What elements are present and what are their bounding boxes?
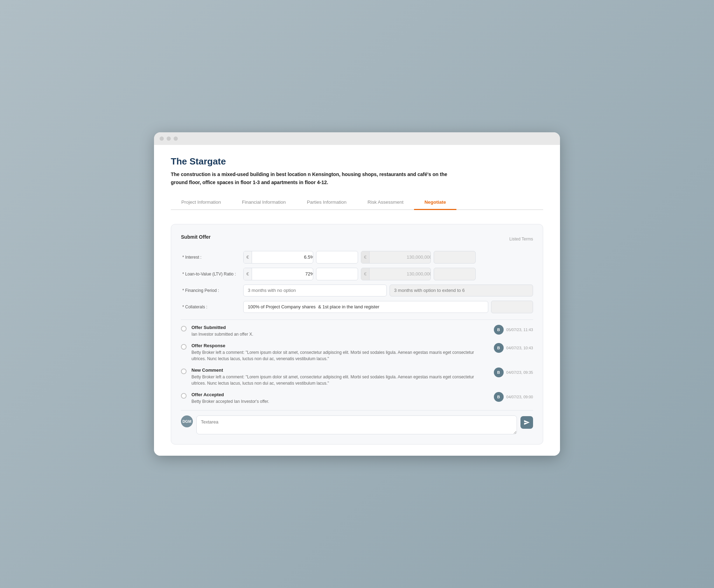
tab-risk[interactable]: Risk Assessment (357, 196, 414, 210)
ltv-label: * Loan-to-Value (LTV) Ratio : (181, 272, 240, 276)
collaterals-listed-pct-value (491, 301, 533, 313)
collaterals-offer-input[interactable] (243, 301, 488, 313)
timestamp-2: 04/07/23, 10:43 (506, 346, 533, 350)
ltv-listed-currency: € (361, 268, 370, 280)
listed-terms-label: Listed Terms (509, 237, 533, 241)
interest-listed-currency: € (361, 251, 370, 263)
timestamp-1: 05/07/23, 11:43 (506, 328, 533, 332)
interest-listed-value (370, 251, 431, 263)
interest-listed-pct (434, 251, 476, 263)
ltv-offer-value[interactable] (252, 268, 313, 280)
avatar-2: B (494, 343, 504, 353)
page-title: The Stargate (171, 156, 543, 167)
timeline-meta-2: B 04/07/23, 10:43 (494, 343, 533, 353)
comment-input-row: DGM (181, 410, 533, 436)
financing-period-row: * Financing Period : (181, 285, 533, 296)
interest-listed-pct-input: % (434, 251, 476, 264)
timeline: Offer Submitted Ian Investor submitted a… (181, 325, 533, 405)
timeline-meta-4: B 04/07/23, 09:00 (494, 392, 533, 402)
timeline-content-4: Offer Accepted Betty Broker accepted Ian… (191, 392, 489, 405)
financing-label: * Financing Period : (181, 288, 240, 293)
avatar-1: B (494, 325, 504, 335)
timeline-dot-3 (181, 369, 187, 374)
ltv-listed-pct-input: % (434, 268, 476, 280)
timeline-text-2: Betty Broker left a comment: "Lorem ipsu… (191, 349, 489, 362)
tab-project[interactable]: Project Information (171, 196, 231, 210)
current-user-avatar: DGM (181, 415, 193, 427)
section-title: Submit Offer (181, 234, 211, 240)
financing-offer-input[interactable] (243, 285, 387, 296)
avatar-4: B (494, 392, 504, 402)
interest-offer-pct-input[interactable]: % (316, 251, 358, 264)
ltv-listed-pct (434, 268, 476, 280)
send-button[interactable] (520, 416, 533, 429)
chrome-dot-3 (174, 136, 178, 141)
ltv-listed-input: € (361, 268, 431, 280)
window-chrome (154, 132, 560, 145)
timeline-item-offer-accepted: Offer Accepted Betty Broker accepted Ian… (181, 392, 533, 405)
interest-offer-value[interactable] (252, 251, 313, 263)
chrome-dot-1 (160, 136, 164, 141)
ltv-currency-prefix: € (244, 268, 252, 280)
interest-label: * Interest : (181, 255, 240, 260)
timeline-dot-1 (181, 326, 187, 331)
tab-negotiate[interactable]: Negotiate (414, 196, 457, 210)
timeline-title-2: Offer Response (191, 343, 489, 348)
ltv-listed-value (370, 268, 431, 280)
timeline-text-1: Ian Investor submitted an offer X. (191, 331, 489, 337)
timeline-content-3: New Comment Betty Broker left a comment:… (191, 368, 489, 386)
timestamp-4: 04/07/23, 09:00 (506, 395, 533, 399)
timeline-title-1: Offer Submitted (191, 325, 489, 330)
divider (181, 320, 533, 320)
avatar-3: B (494, 368, 504, 377)
collaterals-row: * Collaterals : % (181, 301, 533, 313)
app-window: The Stargate The construction is a mixed… (154, 132, 560, 456)
textarea-wrapper (196, 415, 517, 436)
tab-parties[interactable]: Parties Information (296, 196, 357, 210)
interest-offer-input[interactable]: € (243, 251, 313, 264)
collaterals-label: * Collaterals : (181, 304, 240, 309)
ltv-offer-pct-input[interactable]: % (316, 268, 358, 280)
timeline-meta-1: B 05/07/23, 11:43 (494, 325, 533, 335)
timeline-title-4: Offer Accepted (191, 392, 489, 397)
timestamp-3: 04/07/23, 09:35 (506, 370, 533, 374)
timeline-item-offer-response: Offer Response Betty Broker left a comme… (181, 343, 533, 362)
ltv-offer-input[interactable]: € (243, 268, 313, 280)
page-subtitle: The construction is a mixed-used buildin… (171, 170, 458, 186)
financing-listed-input (390, 285, 533, 296)
interest-currency-prefix: € (244, 251, 252, 263)
timeline-content-1: Offer Submitted Ian Investor submitted a… (191, 325, 489, 337)
ltv-offer-pct[interactable] (316, 268, 358, 280)
timeline-title-3: New Comment (191, 368, 489, 373)
form-header: Submit Offer Listed Terms (181, 234, 533, 246)
chrome-dot-2 (167, 136, 171, 141)
collaterals-listed-pct: % (491, 301, 533, 313)
tab-bar: Project Information Financial Informatio… (171, 196, 543, 210)
comment-textarea[interactable] (196, 415, 517, 434)
timeline-text-3: Betty Broker left a comment: "Lorem ipsu… (191, 374, 489, 386)
timeline-dot-4 (181, 393, 187, 399)
content-area: Submit Offer Listed Terms * Interest : €… (171, 224, 543, 444)
send-icon (524, 419, 530, 426)
interest-row: * Interest : € % € % (181, 251, 533, 264)
timeline-meta-3: B 04/07/23, 09:35 (494, 368, 533, 377)
timeline-dot-2 (181, 344, 187, 350)
ltv-row: * Loan-to-Value (LTV) Ratio : € % € % (181, 268, 533, 280)
timeline-item-new-comment: New Comment Betty Broker left a comment:… (181, 368, 533, 386)
interest-offer-pct[interactable] (316, 251, 358, 263)
timeline-content-2: Offer Response Betty Broker left a comme… (191, 343, 489, 362)
tab-financial[interactable]: Financial Information (231, 196, 296, 210)
interest-listed-input: € (361, 251, 431, 264)
timeline-item-offer-submitted: Offer Submitted Ian Investor submitted a… (181, 325, 533, 337)
timeline-text-4: Betty Broker accepted Ian Investor's off… (191, 398, 489, 405)
